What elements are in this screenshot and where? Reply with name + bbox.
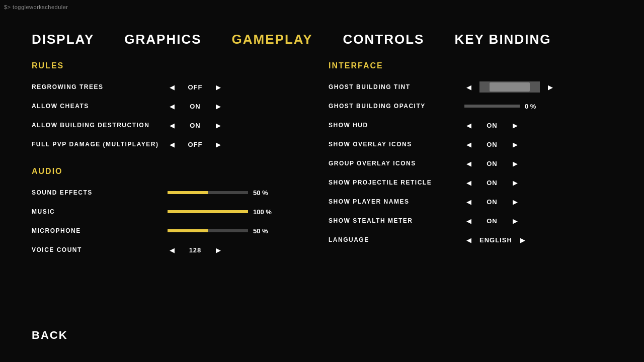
next-show-projectile-reticle[interactable]: ▶ bbox=[511, 178, 520, 187]
slider-fill-microphone bbox=[168, 229, 208, 232]
slider-track-microphone[interactable] bbox=[168, 229, 248, 232]
tab-controls[interactable]: CONTROLS bbox=[343, 32, 425, 47]
label-full-pvp: FULL PVP DAMAGE (MULTIPLAYER) bbox=[32, 141, 168, 148]
next-allow-cheats[interactable]: ▶ bbox=[214, 102, 223, 111]
next-show-overlay-icons[interactable]: ▶ bbox=[511, 140, 520, 149]
control-allow-cheats: ◀ ON ▶ bbox=[168, 102, 223, 111]
next-group-overlay-icons[interactable]: ▶ bbox=[511, 159, 520, 168]
label-language: LANGUAGE bbox=[329, 236, 464, 243]
pct-ghost-opacity: 0 % bbox=[525, 103, 546, 110]
setting-row-language: LANGUAGE ◀ ENGLISH ▶ bbox=[329, 231, 612, 248]
right-panel: INTERFACE GHOST BUILDING TINT ◀ ▶ GHOST … bbox=[329, 61, 612, 260]
label-show-player-names: SHOW PLAYER NAMES bbox=[329, 198, 464, 205]
prev-ghost-building-tint[interactable]: ◀ bbox=[464, 82, 473, 92]
value-group-overlay-icons: ON bbox=[479, 160, 505, 167]
control-show-overlay-icons: ◀ ON ▶ bbox=[464, 140, 520, 149]
control-ghost-building-opacity: 0 % bbox=[464, 103, 546, 110]
back-button[interactable]: BACK bbox=[32, 329, 68, 342]
tab-graphics[interactable]: GRAPHICS bbox=[124, 32, 201, 47]
control-voice-count: ◀ 128 ▶ bbox=[168, 245, 223, 254]
label-show-overlay-icons: SHOW OVERLAY ICONS bbox=[329, 141, 464, 148]
control-show-player-names: ◀ ON ▶ bbox=[464, 197, 520, 206]
control-microphone: 50 % bbox=[168, 227, 274, 235]
prev-allow-cheats[interactable]: ◀ bbox=[168, 102, 177, 111]
next-show-stealth-meter[interactable]: ▶ bbox=[511, 216, 520, 225]
label-ghost-building-opacity: GHOST BUILDING OPACITY bbox=[329, 103, 464, 110]
pct-sound-effects: 50 % bbox=[253, 189, 274, 197]
control-show-hud: ◀ ON ▶ bbox=[464, 121, 520, 130]
value-show-projectile-reticle: ON bbox=[479, 179, 505, 187]
slider-fill-sound-effects bbox=[168, 191, 208, 194]
prev-group-overlay-icons[interactable]: ◀ bbox=[464, 159, 473, 168]
label-microphone: MICROPHONE bbox=[32, 227, 168, 234]
setting-row-allow-cheats: ALLOW CHEATS ◀ ON ▶ bbox=[32, 98, 278, 115]
prev-voice-count[interactable]: ◀ bbox=[168, 245, 177, 254]
setting-row-show-projectile-reticle: SHOW PROJECTILE RETICLE ◀ ON ▶ bbox=[329, 174, 612, 191]
setting-row-regrowing-trees: REGROWING TREES ◀ OFF ▶ bbox=[32, 78, 278, 96]
setting-row-show-stealth-meter: SHOW STEALTH METER ◀ ON ▶ bbox=[329, 212, 612, 229]
control-show-stealth-meter: ◀ ON ▶ bbox=[464, 216, 520, 225]
value-show-stealth-meter: ON bbox=[479, 217, 505, 225]
setting-row-ghost-building-tint: GHOST BUILDING TINT ◀ ▶ bbox=[329, 78, 612, 96]
tab-display[interactable]: DISPLAY bbox=[32, 32, 94, 47]
next-voice-count[interactable]: ▶ bbox=[214, 245, 223, 254]
value-regrowing-trees: OFF bbox=[183, 83, 208, 91]
pct-microphone: 50 % bbox=[253, 227, 274, 235]
control-ghost-building-tint: ◀ ▶ bbox=[464, 81, 555, 93]
setting-row-full-pvp: FULL PVP DAMAGE (MULTIPLAYER) ◀ OFF ▶ bbox=[32, 136, 278, 153]
tab-gameplay[interactable]: GAMEPLAY bbox=[232, 32, 313, 47]
value-allow-cheats: ON bbox=[183, 103, 208, 110]
next-show-hud[interactable]: ▶ bbox=[511, 121, 520, 130]
rules-section-title: RULES bbox=[32, 61, 278, 70]
setting-row-allow-building-destruction: ALLOW BUILDING DESTRUCTION ◀ ON ▶ bbox=[32, 117, 278, 134]
slider-track-ghost-opacity[interactable] bbox=[464, 105, 520, 108]
control-group-overlay-icons: ◀ ON ▶ bbox=[464, 159, 520, 168]
setting-row-music: MUSIC 100 % bbox=[32, 203, 278, 220]
value-full-pvp: OFF bbox=[183, 141, 208, 148]
setting-row-show-player-names: SHOW PLAYER NAMES ◀ ON ▶ bbox=[329, 193, 612, 210]
title-bar: $> toggleworkscheduler bbox=[4, 4, 68, 10]
control-sound-effects: 50 % bbox=[168, 189, 274, 197]
next-regrowing-trees[interactable]: ▶ bbox=[214, 82, 223, 92]
control-language: ◀ ENGLISH ▶ bbox=[464, 235, 527, 244]
tab-keybinding[interactable]: KEY BINDING bbox=[454, 32, 551, 47]
control-music: 100 % bbox=[168, 208, 274, 216]
label-group-overlay-icons: GROUP OVERLAY ICONS bbox=[329, 160, 464, 167]
tint-inner bbox=[490, 82, 530, 92]
value-language: ENGLISH bbox=[479, 236, 512, 244]
slider-track-sound-effects[interactable] bbox=[168, 191, 248, 194]
next-show-player-names[interactable]: ▶ bbox=[511, 197, 520, 206]
label-allow-building-destruction: ALLOW BUILDING DESTRUCTION bbox=[32, 122, 168, 129]
label-ghost-building-tint: GHOST BUILDING TINT bbox=[329, 83, 464, 90]
label-regrowing-trees: REGROWING TREES bbox=[32, 83, 168, 90]
setting-row-group-overlay-icons: GROUP OVERLAY ICONS ◀ ON ▶ bbox=[329, 155, 612, 172]
prev-show-stealth-meter[interactable]: ◀ bbox=[464, 216, 473, 225]
next-full-pvp[interactable]: ▶ bbox=[214, 140, 223, 149]
label-allow-cheats: ALLOW CHEATS bbox=[32, 103, 168, 110]
tint-swatch[interactable] bbox=[479, 81, 540, 93]
prev-show-hud[interactable]: ◀ bbox=[464, 121, 473, 130]
prev-show-projectile-reticle[interactable]: ◀ bbox=[464, 178, 473, 187]
next-ghost-building-tint[interactable]: ▶ bbox=[546, 82, 555, 92]
next-language[interactable]: ▶ bbox=[518, 235, 527, 244]
prev-language[interactable]: ◀ bbox=[464, 235, 473, 244]
next-allow-building-destruction[interactable]: ▶ bbox=[214, 121, 223, 130]
slider-track-music[interactable] bbox=[168, 210, 248, 213]
value-show-overlay-icons: ON bbox=[479, 141, 505, 148]
prev-show-player-names[interactable]: ◀ bbox=[464, 197, 473, 206]
control-full-pvp: ◀ OFF ▶ bbox=[168, 140, 223, 149]
setting-row-voice-count: VOICE COUNT ◀ 128 ▶ bbox=[32, 241, 278, 258]
audio-section-title: AUDIO bbox=[32, 167, 278, 176]
setting-row-ghost-building-opacity: GHOST BUILDING OPACITY 0 % bbox=[329, 98, 612, 115]
interface-section-title: INTERFACE bbox=[329, 61, 612, 70]
prev-show-overlay-icons[interactable]: ◀ bbox=[464, 140, 473, 149]
prev-regrowing-trees[interactable]: ◀ bbox=[168, 82, 177, 92]
nav-tabs: DISPLAY GRAPHICS GAMEPLAY CONTROLS KEY B… bbox=[0, 32, 644, 47]
prev-full-pvp[interactable]: ◀ bbox=[168, 140, 177, 149]
setting-row-sound-effects: SOUND EFFECTS 50 % bbox=[32, 184, 278, 201]
label-voice-count: VOICE COUNT bbox=[32, 246, 168, 253]
slider-fill-music bbox=[168, 210, 248, 213]
prev-allow-building-destruction[interactable]: ◀ bbox=[168, 121, 177, 130]
pct-music: 100 % bbox=[253, 208, 274, 216]
setting-row-show-hud: SHOW HUD ◀ ON ▶ bbox=[329, 117, 612, 134]
